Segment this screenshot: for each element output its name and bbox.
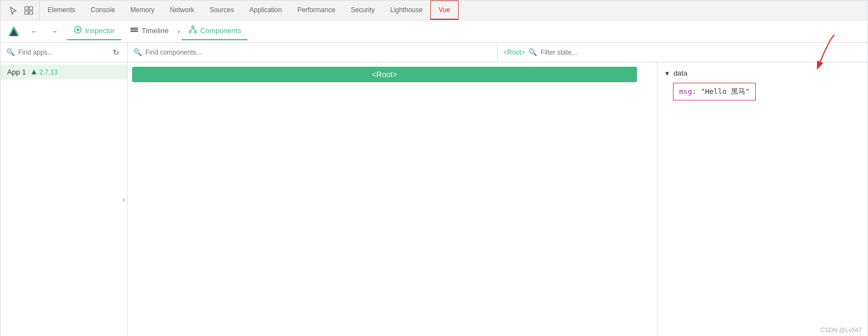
inspector-icon[interactable] — [23, 4, 35, 17]
middle-panel: <Root> — [128, 62, 657, 336]
search-components-icon: 🔍 — [133, 48, 142, 56]
svg-line-14 — [190, 28, 193, 31]
refresh-button[interactable]: ↻ — [111, 45, 122, 60]
vue-tab-inspector-label: Inspector — [85, 26, 114, 35]
svg-point-13 — [194, 31, 197, 33]
tab-lighthouse[interactable]: Lighthouse — [382, 1, 430, 20]
svg-point-12 — [189, 31, 191, 33]
data-header: ▼ data — [664, 69, 861, 77]
vue-logo — [6, 24, 22, 39]
find-apps-section: 🔍 ↻ — [1, 42, 128, 62]
app-row[interactable]: App 1 2.7.13 — [1, 65, 127, 79]
svg-rect-2 — [25, 11, 28, 14]
svg-point-11 — [192, 26, 194, 28]
svg-rect-9 — [130, 29, 138, 30]
chevron-separator: › — [177, 27, 180, 35]
root-label: <Root> — [503, 49, 525, 56]
tab-network[interactable]: Network — [162, 1, 202, 20]
svg-rect-0 — [25, 7, 28, 10]
right-panel: ▼ data msg: "Hello 黑马" — [657, 62, 867, 336]
left-panel: App 1 2.7.13 ‹ — [1, 62, 128, 336]
tab-console[interactable]: Console — [83, 1, 123, 20]
components-icon — [188, 25, 197, 36]
vue-tab-timeline-label: Timeline — [141, 26, 169, 35]
cursor-icon[interactable] — [7, 4, 19, 17]
tab-sources[interactable]: Sources — [202, 1, 241, 20]
vue-tab-timeline[interactable]: Timeline — [123, 22, 175, 40]
filter-state-section: <Root> 🔍 — [498, 42, 867, 62]
search-bar: 🔍 ↻ 🔍 <Root> 🔍 — [1, 42, 867, 62]
tab-elements[interactable]: Elements — [40, 1, 83, 20]
svg-rect-8 — [130, 28, 138, 29]
tab-list: Elements Console Memory Network Sources … — [40, 1, 865, 20]
svg-rect-10 — [130, 31, 138, 32]
root-tag-button[interactable]: <Root> — [132, 67, 637, 82]
vue-tab-inspector[interactable]: Inspector — [67, 22, 121, 40]
svg-rect-3 — [29, 11, 33, 14]
tab-security[interactable]: Security — [343, 1, 382, 20]
find-apps-input[interactable] — [18, 49, 107, 56]
vue-tab-components-label: Components — [200, 26, 241, 35]
tab-application[interactable]: Application — [241, 1, 290, 20]
devtools-wrapper: Elements Console Memory Network Sources … — [0, 0, 868, 336]
data-section-label: data — [674, 69, 687, 77]
vue-back-button[interactable]: ← — [27, 24, 41, 39]
main-content: App 1 2.7.13 ‹ <Root> ▼ — [1, 62, 867, 336]
tab-vue[interactable]: Vue — [430, 1, 459, 20]
collapse-arrow[interactable]: ‹ — [120, 194, 127, 206]
find-components-input[interactable] — [145, 49, 492, 56]
vue-forward-button[interactable]: → — [47, 24, 61, 39]
svg-rect-1 — [29, 7, 33, 10]
inspector-circle-icon — [73, 25, 82, 36]
find-components-section: 🔍 — [128, 42, 498, 62]
app-name: App 1 — [7, 68, 26, 76]
triangle-icon: ▼ — [664, 70, 670, 77]
msg-value: "Hello 黑马" — [701, 87, 750, 95]
data-section: ▼ data msg: "Hello 黑马" — [664, 69, 861, 100]
tab-performance[interactable]: Performance — [290, 1, 343, 20]
vue-tab-components[interactable]: Components — [182, 22, 248, 40]
search-apps-icon: 🔍 — [6, 48, 15, 56]
svg-point-7 — [77, 29, 80, 31]
filter-state-input[interactable] — [540, 49, 862, 56]
timeline-icon — [130, 25, 139, 36]
watermark: CSDN @Lv547 — [820, 327, 862, 333]
devtools-tab-bar: Elements Console Memory Network Sources … — [1, 1, 867, 20]
vue-sub-bar: ← → Inspector — [1, 20, 867, 42]
devtools-icon-group — [3, 1, 40, 20]
svg-line-15 — [193, 28, 196, 31]
msg-box: msg: "Hello 黑马" — [673, 83, 756, 100]
tab-memory[interactable]: Memory — [123, 1, 162, 20]
vue-sub-tabs: Inspector Timeline › — [67, 22, 862, 40]
filter-state-icon: 🔍 — [528, 48, 537, 56]
vue-version: 2.7.13 — [30, 68, 57, 76]
root-tag-label: <Root> — [372, 70, 397, 79]
msg-key: msg — [679, 87, 692, 95]
